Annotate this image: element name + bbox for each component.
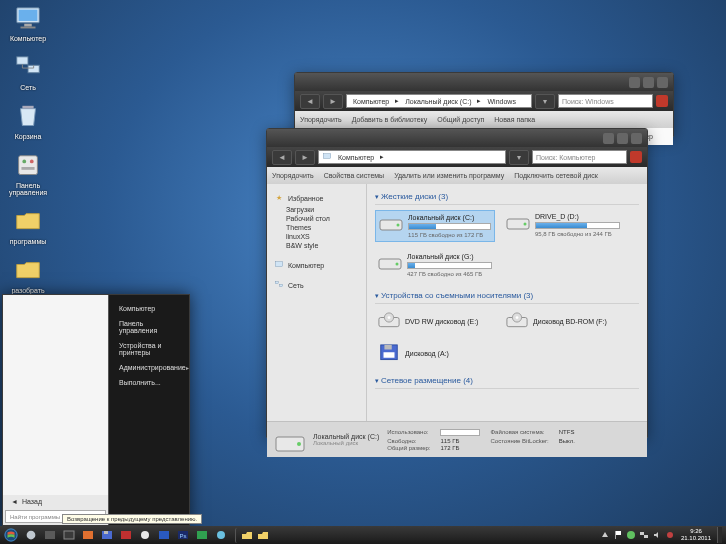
device-bd[interactable]: Дисковод BD-ROM (F:) bbox=[503, 309, 623, 333]
tray-network-icon[interactable] bbox=[639, 530, 649, 540]
explorer-window-computer[interactable]: ◄ ► Компьютер▸ ▾ Поиск: Компьютер Упоряд… bbox=[266, 128, 648, 438]
breadcrumb-dropdown[interactable]: ▾ bbox=[509, 150, 529, 165]
drive-g[interactable]: Локальный диск (G:) 427 ГБ свободно из 4… bbox=[375, 250, 495, 280]
desktop-icon-computer[interactable]: Компьютер bbox=[3, 5, 53, 42]
taskbar-item[interactable] bbox=[79, 528, 97, 543]
start-item-computer[interactable]: Компьютер bbox=[109, 301, 189, 316]
start-menu-back[interactable]: ◄Назад bbox=[3, 495, 108, 508]
toolbar-item[interactable]: Свойства системы bbox=[324, 172, 384, 179]
tray-icon[interactable] bbox=[665, 530, 675, 540]
toolbar-item[interactable]: Добавить в библиотеку bbox=[352, 116, 428, 123]
crumb[interactable]: Компьютер bbox=[350, 98, 392, 105]
taskbar-item[interactable] bbox=[136, 528, 154, 543]
desktop-icon-control-panel[interactable]: Панель управления bbox=[3, 152, 53, 196]
label: Корзина bbox=[3, 133, 53, 140]
sidebar-item[interactable]: Загрузки bbox=[272, 205, 361, 214]
minimize-button[interactable] bbox=[629, 77, 640, 88]
breadcrumb-dropdown[interactable]: ▾ bbox=[535, 94, 555, 109]
section-header-removable[interactable]: Устройства со съемными носителями (3) bbox=[375, 288, 639, 304]
section-header-hdd[interactable]: Жесткие диски (3) bbox=[375, 189, 639, 205]
taskbar-item[interactable] bbox=[193, 528, 211, 543]
minimize-button[interactable] bbox=[603, 133, 614, 144]
close-button[interactable] bbox=[631, 133, 642, 144]
taskbar-item[interactable] bbox=[98, 528, 116, 543]
sidebar-item[interactable]: linuxXS bbox=[272, 232, 361, 241]
start-menu-programs-list[interactable] bbox=[3, 295, 108, 495]
section-header-network[interactable]: Сетевое размещение (4) bbox=[375, 373, 639, 389]
show-desktop-button[interactable] bbox=[717, 527, 722, 543]
maximize-button[interactable] bbox=[617, 133, 628, 144]
taskbar-item[interactable] bbox=[22, 528, 40, 543]
search-input[interactable]: Поиск: Windows bbox=[558, 94, 653, 108]
close-button[interactable] bbox=[657, 77, 668, 88]
svg-rect-50 bbox=[644, 535, 648, 538]
device-dvd[interactable]: DVD RW дисковод (E:) bbox=[375, 309, 495, 333]
tray-icon[interactable] bbox=[626, 530, 636, 540]
toolbar-item[interactable]: Упорядочить bbox=[272, 172, 314, 179]
taskbar-item[interactable] bbox=[41, 528, 59, 543]
toolbar-item[interactable]: Удалить или изменить программу bbox=[394, 172, 504, 179]
crumb[interactable]: Компьютер bbox=[335, 154, 377, 161]
drive-d[interactable]: DRIVE_D (D:) 95,8 ГБ свободно из 244 ГБ bbox=[503, 210, 623, 242]
toolbar-item[interactable]: Упорядочить bbox=[300, 116, 342, 123]
sidebar-favorites[interactable]: ★Избранное bbox=[274, 193, 359, 203]
sidebar-computer[interactable]: Компьютер bbox=[274, 260, 359, 270]
usage-bar bbox=[408, 223, 491, 230]
tray-icon[interactable] bbox=[600, 530, 610, 540]
sidebar-item[interactable]: Themes bbox=[272, 223, 361, 232]
accent-button[interactable] bbox=[656, 95, 668, 107]
crumb[interactable]: Локальный диск (C:) bbox=[402, 98, 474, 105]
tray-volume-icon[interactable] bbox=[652, 530, 662, 540]
sidebar-item[interactable]: B&W style bbox=[272, 241, 361, 250]
nav-fwd-button[interactable]: ► bbox=[295, 150, 315, 165]
drive-c[interactable]: Локальный диск (C:) 115 ГБ свободно из 1… bbox=[375, 210, 495, 242]
taskbar-item[interactable] bbox=[60, 528, 78, 543]
svg-rect-47 bbox=[615, 531, 616, 539]
accent-button[interactable] bbox=[630, 151, 642, 163]
svg-point-45 bbox=[217, 531, 225, 539]
toolbar-item[interactable]: Новая папка bbox=[494, 116, 535, 123]
navbar: ◄ ► Компьютер▸ Локальный диск (C:)▸ Wind… bbox=[295, 91, 673, 111]
svg-point-48 bbox=[627, 531, 635, 539]
start-item-control-panel[interactable]: Панель управления bbox=[109, 316, 189, 338]
tray-flag-icon[interactable] bbox=[613, 530, 623, 540]
start-item-run[interactable]: Выполнить... bbox=[109, 375, 189, 390]
taskbar-running-explorer[interactable] bbox=[254, 528, 272, 543]
clock[interactable]: 9:26 21.10.2011 bbox=[678, 528, 714, 541]
device-floppy[interactable]: Дисковод (A:) bbox=[375, 341, 495, 365]
desktop-icon-network[interactable]: Сеть bbox=[3, 54, 53, 91]
start-item-devices[interactable]: Устройства и принтеры bbox=[109, 338, 189, 360]
start-item-admin[interactable]: Администрирование▸ bbox=[109, 360, 189, 375]
breadcrumb[interactable]: Компьютер▸ bbox=[318, 150, 506, 164]
desktop-icon-programs[interactable]: программы bbox=[3, 208, 53, 245]
taskbar-item[interactable] bbox=[117, 528, 135, 543]
taskbar-item[interactable] bbox=[155, 528, 173, 543]
titlebar[interactable] bbox=[295, 73, 673, 91]
start-menu[interactable]: ◄Назад Найти программы и файлы Компьютер… bbox=[2, 294, 190, 526]
nav-fwd-button[interactable]: ► bbox=[323, 94, 343, 109]
sidebar-network[interactable]: Сеть bbox=[274, 280, 359, 290]
toolbar-item[interactable]: Подключить сетевой диск bbox=[514, 172, 598, 179]
nav-back-button[interactable]: ◄ bbox=[300, 94, 320, 109]
search-input[interactable]: Поиск: Компьютер bbox=[532, 150, 627, 164]
toolbar-item[interactable]: Общий доступ bbox=[437, 116, 484, 123]
status-subtitle: Локальный диск bbox=[313, 440, 379, 446]
tooltip: Возвращение к предыдущему представлению. bbox=[62, 514, 202, 524]
start-button[interactable] bbox=[0, 526, 22, 544]
crumb[interactable]: Windows bbox=[484, 98, 518, 105]
desktop-icon-sort[interactable]: разобрать bbox=[3, 257, 53, 294]
recycle-bin-icon bbox=[13, 103, 43, 131]
label: Сеть bbox=[3, 84, 53, 91]
taskbar-item[interactable] bbox=[212, 528, 230, 543]
nav-back-button[interactable]: ◄ bbox=[272, 150, 292, 165]
desktop-icon-recycle-bin[interactable]: Корзина bbox=[3, 103, 53, 140]
taskbar-item[interactable]: Ps bbox=[174, 528, 192, 543]
titlebar[interactable] bbox=[267, 129, 647, 147]
maximize-button[interactable] bbox=[643, 77, 654, 88]
taskbar-running-explorer[interactable] bbox=[235, 528, 253, 543]
drive-freetext: 95,8 ГБ свободно из 244 ГБ bbox=[535, 231, 620, 237]
taskbar: Ps 9:26 21.10.2011 bbox=[0, 526, 726, 544]
star-icon: ★ bbox=[274, 193, 284, 203]
breadcrumb[interactable]: Компьютер▸ Локальный диск (C:)▸ Windows bbox=[346, 94, 532, 108]
sidebar-item[interactable]: Рабочий стол bbox=[272, 214, 361, 223]
